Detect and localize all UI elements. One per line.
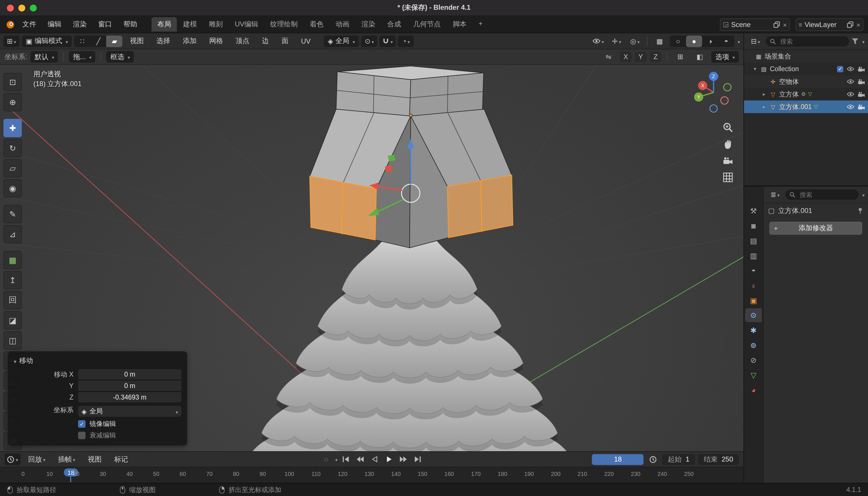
mirror-y-button[interactable]: Y — [635, 52, 647, 62]
tab-modifiers[interactable]: ⚙ — [745, 308, 762, 322]
toggle-ortho-button[interactable] — [723, 172, 733, 183]
menu-timeline-view[interactable]: 视图 — [83, 453, 107, 466]
add-workspace-button[interactable]: + — [473, 17, 488, 32]
jump-to-end-button[interactable] — [411, 454, 424, 464]
menu-mesh[interactable]: 网格 — [204, 34, 228, 48]
tree-mesh[interactable] — [248, 235, 571, 451]
shading-material-button[interactable]: ◑ — [702, 35, 718, 47]
tool-extrude-region[interactable]: ↥ — [3, 271, 22, 289]
hide-eye-icon[interactable] — [847, 66, 854, 72]
menu-edge[interactable]: 边 — [257, 34, 274, 48]
falloff-button[interactable]: ◧ — [692, 51, 708, 63]
render-camera-icon[interactable] — [858, 104, 865, 110]
blender-logo-icon[interactable] — [4, 20, 16, 29]
orientation-field-dropdown[interactable]: ◈ 全局 — [78, 406, 182, 417]
tab-tool[interactable]: ⚒ — [745, 204, 762, 218]
3d-viewport[interactable]: ⊡ ⊕ ✚ ↻ ▱ ◉ ✎ ⊿ ▦ ↥ 回 ◪ ◫ ✂ — [0, 65, 743, 451]
outliner-search[interactable] — [766, 36, 849, 46]
render-camera-icon[interactable] — [858, 78, 865, 85]
proportional-editing-dropdown[interactable]: ◔ — [398, 35, 414, 47]
workspace-tab-shading[interactable]: 着色 — [304, 17, 329, 32]
expand-arrow-icon[interactable] — [761, 91, 767, 97]
workspace-tab-sculpting[interactable]: 雕刻 — [203, 17, 229, 32]
outliner-row-collection[interactable]: ▧ Collection — [744, 63, 868, 75]
vertex-select-button[interactable]: ∷ — [74, 35, 90, 47]
workspace-tab-uv[interactable]: UV编辑 — [229, 17, 264, 32]
options-dropdown[interactable]: 选项 — [711, 51, 739, 63]
snap-grid-button[interactable]: ⊞ — [672, 51, 688, 63]
hide-eye-icon[interactable] — [847, 79, 854, 84]
tool-scale[interactable]: ▱ — [3, 159, 22, 177]
frame-end-field[interactable]: 结束250 — [698, 454, 739, 465]
tab-particles[interactable]: ✱ — [745, 323, 762, 337]
move-y-field[interactable]: 0 m — [78, 381, 182, 391]
shading-solid-button[interactable]: ● — [686, 35, 702, 47]
drag-dropdown[interactable]: 拖... — [69, 51, 96, 63]
transform-orientation-dropdown[interactable]: ◈ 全局 — [324, 35, 359, 47]
outliner-row-cube-001[interactable]: ▽ 立方体.001 ▽ — [744, 100, 868, 113]
collection-checkbox[interactable] — [837, 66, 843, 72]
outliner-row-cube[interactable]: ▽ 立方体 ⚙ ▽ — [744, 88, 868, 100]
tool-bevel[interactable]: ◪ — [3, 311, 22, 329]
hide-eye-icon[interactable] — [847, 91, 854, 97]
shading-wireframe-button[interactable]: ○ — [670, 35, 686, 47]
tool-select-box[interactable]: ⊡ — [3, 73, 22, 91]
preset-dropdown[interactable]: 默认 — [31, 51, 58, 63]
tab-render[interactable]: ◙ — [745, 219, 762, 232]
workspace-tab-scripting[interactable]: 脚本 — [447, 17, 472, 32]
mirror-editing-checkbox[interactable] — [78, 420, 86, 428]
pan-view-button[interactable] — [723, 139, 733, 149]
new-scene-button[interactable] — [774, 21, 780, 28]
operator-panel-move[interactable]: 移动 移动 X 0 m Y 0 m Z -0.34693 m — [8, 351, 187, 446]
expand-arrow-icon[interactable] — [761, 104, 767, 110]
properties-search-input[interactable] — [799, 190, 855, 199]
unlink-scene-button[interactable] — [783, 20, 787, 28]
tool-cursor[interactable]: ⊕ — [3, 93, 22, 111]
remove-viewlayer-button[interactable] — [856, 20, 861, 28]
tool-transform[interactable]: ◉ — [3, 179, 22, 198]
tab-scene[interactable]: ◓ — [745, 264, 762, 277]
tab-view-layer[interactable]: ▥ — [745, 249, 762, 262]
tab-world[interactable]: ♁ — [745, 278, 762, 292]
workspace-tab-animation[interactable]: 动画 — [330, 17, 355, 32]
mirror-z-button[interactable]: Z — [650, 52, 661, 62]
next-keyframe-button[interactable] — [397, 454, 409, 464]
workspace-tab-texture-paint[interactable]: 纹理绘制 — [264, 17, 304, 32]
hide-eye-icon[interactable] — [847, 104, 854, 110]
mode-dropdown[interactable]: ▣ 编辑模式 — [22, 35, 72, 47]
gizmos-dropdown[interactable]: ✛ — [608, 35, 624, 47]
outliner-search-input[interactable] — [779, 37, 845, 45]
edge-select-button[interactable]: ╱ — [90, 35, 107, 47]
menu-file[interactable]: 文件 — [17, 18, 41, 31]
face-select-button[interactable]: ▰ — [107, 35, 123, 47]
move-z-field[interactable]: -0.34693 m — [78, 392, 182, 402]
render-camera-icon[interactable] — [858, 91, 865, 97]
properties-editor-type-button[interactable]: ≣ — [767, 189, 783, 200]
visibility-dropdown[interactable] — [590, 35, 606, 47]
scene-selector[interactable]: ◲ Scene — [720, 18, 790, 31]
tool-add-cube[interactable]: ▦ — [3, 251, 22, 269]
editor-type-button[interactable]: ⊞ — [3, 35, 19, 47]
pin-icon[interactable] — [857, 207, 864, 214]
tool-loop-cut[interactable]: ◫ — [3, 331, 22, 350]
shading-dropdown-caret-icon[interactable] — [737, 37, 740, 45]
prev-keyframe-button[interactable] — [354, 454, 366, 464]
breadcrumb-object-name[interactable]: 立方体.001 — [778, 206, 812, 216]
new-viewlayer-button[interactable] — [847, 21, 854, 28]
mirror-x-button[interactable]: X — [620, 52, 632, 62]
workspace-tab-compositing[interactable]: 合成 — [382, 17, 407, 32]
pivot-point-dropdown[interactable]: ⊙ — [361, 35, 377, 47]
viewlayer-selector[interactable]: ≡ ViewLayer — [796, 18, 864, 31]
menu-add[interactable]: 添加 — [178, 34, 202, 48]
tool-annotate[interactable]: ✎ — [3, 205, 22, 223]
menu-face[interactable]: 面 — [276, 34, 294, 48]
dropdown-caret-icon[interactable] — [861, 190, 865, 199]
workspace-tab-modeling[interactable]: 建模 — [177, 17, 203, 32]
frame-start-field[interactable]: 起始1 — [662, 454, 695, 465]
filter-funnel-icon[interactable] — [851, 38, 859, 45]
workspace-tab-layout[interactable]: 布局 — [152, 17, 177, 32]
render-camera-icon[interactable] — [858, 66, 865, 72]
menu-select[interactable]: 选择 — [151, 34, 175, 48]
play-reverse-button[interactable] — [368, 454, 381, 464]
tab-material[interactable]: ◕ — [745, 383, 762, 397]
